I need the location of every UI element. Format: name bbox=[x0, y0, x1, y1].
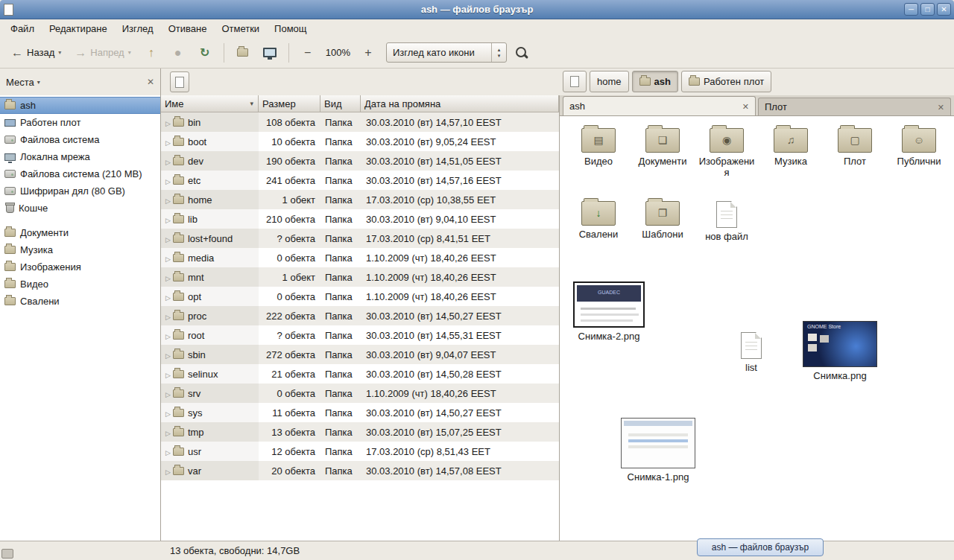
table-row[interactable]: sys 11 обекта Папка 30.03.2010 (вт) 14,5… bbox=[161, 403, 559, 422]
table-row[interactable]: lost+found ? обекта Папка 17.03.2010 (ср… bbox=[161, 229, 559, 248]
expander-icon[interactable] bbox=[165, 233, 171, 244]
table-row[interactable]: opt 0 обекта Папка 1.10.2009 (чт) 18,40,… bbox=[161, 287, 559, 306]
sidebar-item[interactable]: Шифриран дял (80 GB) bbox=[0, 182, 160, 200]
table-row[interactable]: selinux 21 обекта Папка 30.03.2010 (вт) … bbox=[161, 364, 559, 384]
minimize-button[interactable]: ─ bbox=[904, 3, 918, 16]
computer-button[interactable] bbox=[258, 42, 282, 64]
expander-icon[interactable] bbox=[165, 291, 171, 302]
expander-icon[interactable] bbox=[165, 465, 171, 477]
expander-icon[interactable] bbox=[165, 311, 171, 322]
table-row[interactable]: root ? обекта Папка 30.03.2010 (вт) 14,5… bbox=[161, 325, 559, 345]
column-header-date[interactable]: Дата на промяна bbox=[361, 95, 559, 112]
up-button[interactable]: ↑ bbox=[139, 42, 163, 64]
date-cell: 30.03.2010 (вт) 14,55,31 EEST bbox=[361, 330, 559, 341]
tab-close-icon[interactable] bbox=[742, 101, 749, 112]
combo-arrows-icon[interactable]: ▴▾ bbox=[491, 43, 506, 62]
sidebar-item[interactable]: Локална мрежа bbox=[0, 148, 160, 165]
forward-dropdown-icon[interactable]: ▾ bbox=[128, 49, 131, 56]
sidebar-item[interactable]: Работен плот bbox=[0, 114, 160, 131]
pathbar-button[interactable]: home bbox=[590, 71, 629, 92]
table-row[interactable]: etc 241 обекта Папка 30.03.2010 (вт) 14,… bbox=[161, 171, 559, 190]
back-button[interactable]: ← Назад ▾ bbox=[6, 43, 66, 63]
file-item[interactable]: Снимка-1.png bbox=[619, 418, 697, 483]
reload-button[interactable]: ↻ bbox=[193, 42, 217, 64]
pathbar-button[interactable]: ash bbox=[632, 71, 678, 92]
pathbar-button[interactable]: Работен плот bbox=[681, 71, 771, 92]
places-close-icon[interactable]: ✕ bbox=[147, 77, 154, 87]
pane-location-button[interactable] bbox=[170, 71, 189, 92]
table-row[interactable]: tmp 13 обекта Папка 30.03.2010 (вт) 15,0… bbox=[161, 422, 559, 442]
titlebar[interactable]: ash — файлов браузър ─ □ ✕ bbox=[0, 0, 954, 19]
sidebar-item[interactable]: Файлова система bbox=[0, 131, 160, 148]
expander-icon[interactable] bbox=[165, 272, 171, 283]
forward-button[interactable]: → Напред ▾ bbox=[69, 43, 136, 63]
sidebar-item[interactable]: Изображения bbox=[0, 258, 160, 276]
sidebar-item[interactable]: ash bbox=[0, 97, 160, 114]
expander-icon[interactable] bbox=[165, 252, 171, 264]
table-row[interactable]: usr 12 обекта Папка 17.03.2010 (ср) 8,51… bbox=[161, 442, 559, 461]
menu-item[interactable]: Файл bbox=[3, 21, 42, 36]
table-row[interactable]: bin 108 обекта Папка 30.03.2010 (вт) 14,… bbox=[161, 112, 559, 132]
expander-icon[interactable] bbox=[165, 330, 171, 341]
menu-item[interactable]: Изглед bbox=[115, 21, 161, 36]
back-dropdown-icon[interactable]: ▾ bbox=[58, 49, 61, 56]
table-row[interactable]: home 1 обект Папка 17.03.2010 (ср) 10,38… bbox=[161, 190, 559, 209]
table-row[interactable]: media 0 обекта Папка 1.10.2009 (чт) 18,4… bbox=[161, 248, 559, 267]
column-header-name[interactable]: Име ▾ bbox=[161, 95, 259, 112]
close-button[interactable]: ✕ bbox=[937, 3, 951, 16]
taskbar-window-button[interactable]: ash — файлов браузър bbox=[697, 538, 824, 556]
tab-close-icon[interactable] bbox=[938, 101, 944, 112]
sidebar-item[interactable]: Документи bbox=[0, 224, 160, 241]
date-cell: 30.03.2010 (вт) 9,04,07 EEST bbox=[361, 349, 559, 360]
menu-item[interactable]: Редактиране bbox=[42, 21, 115, 36]
expander-icon[interactable] bbox=[165, 194, 171, 206]
maximize-button[interactable]: □ bbox=[920, 3, 935, 16]
table-row[interactable]: lib 210 обекта Папка 30.03.2010 (вт) 9,0… bbox=[161, 209, 559, 229]
file-item[interactable]: GNOME Store Снимка.png bbox=[798, 321, 882, 382]
sidebar-item[interactable]: Свалени bbox=[0, 293, 160, 310]
menu-item[interactable]: Отиване bbox=[161, 21, 215, 36]
expander-icon[interactable] bbox=[165, 446, 171, 457]
expander-icon[interactable] bbox=[165, 136, 171, 147]
zoom-out-button[interactable]: − bbox=[296, 42, 320, 64]
expander-icon[interactable] bbox=[165, 427, 171, 438]
stop-button[interactable]: ● bbox=[166, 42, 190, 64]
search-button[interactable] bbox=[510, 42, 534, 64]
column-header-size[interactable]: Размер bbox=[259, 95, 320, 112]
menu-item[interactable]: Помощ bbox=[267, 21, 314, 36]
date-cell: 30.03.2010 (вт) 14,51,05 EEST bbox=[361, 156, 559, 167]
table-row[interactable]: srv 0 обекта Папка 1.10.2009 (чт) 18,40,… bbox=[161, 384, 559, 403]
pane-tab[interactable]: ash bbox=[563, 96, 756, 115]
table-row[interactable]: proc 222 обекта Папка 30.03.2010 (вт) 14… bbox=[161, 306, 559, 325]
column-header-type[interactable]: Вид bbox=[320, 95, 361, 112]
panel-corner-icon[interactable] bbox=[1, 549, 13, 559]
view-mode-select[interactable]: Изглед като икони ▴▾ bbox=[386, 42, 507, 63]
expander-icon[interactable] bbox=[165, 369, 171, 380]
expander-icon[interactable] bbox=[165, 175, 171, 186]
size-cell: 210 обекта bbox=[259, 214, 320, 225]
table-row[interactable]: mnt 1 обект Папка 1.10.2009 (чт) 18,40,2… bbox=[161, 267, 559, 287]
expander-icon[interactable] bbox=[165, 117, 171, 128]
zoom-in-button[interactable]: + bbox=[356, 42, 380, 64]
expander-icon[interactable] bbox=[165, 388, 171, 399]
table-row[interactable]: dev 190 обекта Папка 30.03.2010 (вт) 14,… bbox=[161, 151, 559, 171]
pathbar-root-button[interactable] bbox=[563, 71, 587, 92]
file-item[interactable]: list bbox=[725, 332, 777, 374]
home-button[interactable] bbox=[231, 42, 255, 64]
pane-tab[interactable]: Плот bbox=[758, 98, 951, 115]
table-row[interactable]: boot 10 обекта Папка 30.03.2010 (вт) 9,0… bbox=[161, 132, 559, 151]
expander-icon[interactable] bbox=[165, 407, 171, 419]
up-arrow-icon: ↑ bbox=[148, 47, 154, 59]
sidebar-item[interactable]: Файлова система (210 MB) bbox=[0, 165, 160, 182]
places-dropdown-icon[interactable]: ▾ bbox=[37, 79, 40, 86]
sidebar-item[interactable]: Кошче bbox=[0, 200, 160, 217]
menu-item[interactable]: Отметки bbox=[214, 21, 267, 36]
file-item[interactable]: GUADEC Снимка-2.png bbox=[572, 281, 646, 343]
sidebar-item[interactable]: Видео bbox=[0, 276, 160, 293]
expander-icon[interactable] bbox=[165, 349, 171, 360]
expander-icon[interactable] bbox=[165, 214, 171, 225]
table-row[interactable]: var 20 обекта Папка 30.03.2010 (вт) 14,5… bbox=[161, 461, 559, 480]
table-row[interactable]: sbin 272 обекта Папка 30.03.2010 (вт) 9,… bbox=[161, 345, 559, 364]
expander-icon[interactable] bbox=[165, 156, 171, 167]
sidebar-item[interactable]: Музика bbox=[0, 241, 160, 258]
